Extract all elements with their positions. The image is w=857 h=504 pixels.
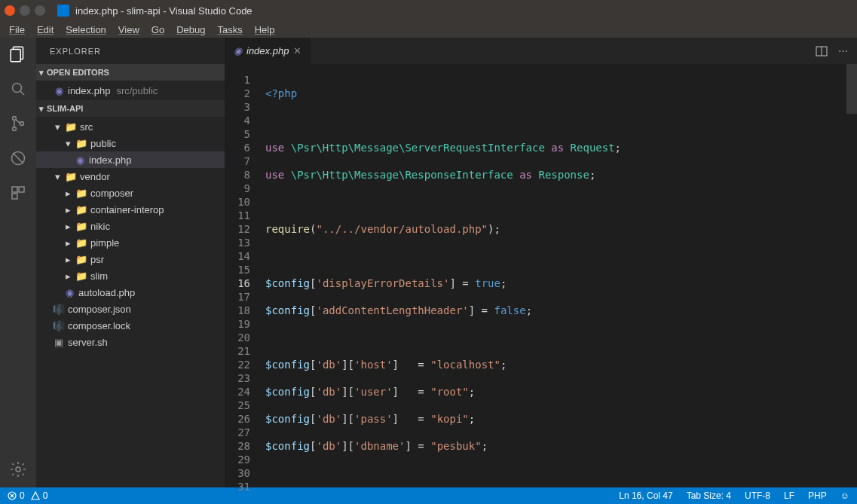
section-project[interactable]: ▾ SLIM-API — [36, 100, 225, 117]
sidebar: EXPLORER ▾ OPEN EDITORS ◉ index.php src/… — [36, 38, 225, 487]
editor-area: ◉ index.php ✕ ⋯ 123456789101112131415161… — [225, 38, 857, 487]
tree-file-server-sh[interactable]: ▣server.sh — [36, 334, 225, 350]
open-editors-tree: ◉ index.php src/public — [36, 81, 225, 100]
tree-label: vendor — [80, 171, 110, 182]
svg-rect-1 — [11, 50, 20, 62]
chevron-right-icon: ▸ — [63, 188, 72, 199]
main-area: EXPLORER ▾ OPEN EDITORS ◉ index.php src/… — [0, 38, 857, 487]
tree-label: composer.lock — [68, 320, 130, 331]
status-warnings[interactable]: 0 — [31, 490, 48, 501]
menu-help[interactable]: Help — [255, 24, 275, 35]
tree-folder-public[interactable]: ▾📁public — [36, 135, 225, 151]
menu-selection[interactable]: Selection — [66, 24, 106, 35]
open-editor-path: src/public — [116, 85, 158, 96]
chevron-down-icon: ▾ — [63, 138, 72, 149]
more-icon[interactable]: ⋯ — [838, 45, 848, 57]
window-controls — [5, 5, 45, 16]
chevron-down-icon: ▾ — [39, 104, 44, 114]
project-label: SLIM-API — [47, 104, 83, 113]
window-close-icon[interactable] — [5, 5, 15, 16]
editor-actions: ⋯ — [816, 38, 857, 64]
code-content[interactable]: <?php use \Psr\Http\Message\ServerReques… — [259, 64, 857, 487]
menu-go[interactable]: Go — [152, 24, 164, 35]
tree-folder-src[interactable]: ▾📁src — [36, 118, 225, 135]
activity-bar — [0, 38, 36, 487]
svg-point-4 — [13, 117, 17, 121]
status-indent[interactable]: Tab Size: 4 — [687, 490, 731, 501]
menu-view[interactable]: View — [118, 24, 139, 35]
folder-icon: 📁 — [75, 270, 87, 282]
tree-label: psr — [90, 254, 104, 265]
tree-label: public — [90, 138, 116, 149]
tree-folder-psr[interactable]: ▸📁psr — [36, 251, 225, 267]
tree-file-autoload-php[interactable]: ◉autoload.php — [36, 284, 225, 301]
scrollbar-thumb[interactable] — [846, 64, 857, 114]
folder-icon: 📁 — [65, 170, 77, 182]
tree-folder-slim[interactable]: ▸📁slim — [36, 267, 225, 284]
tree-file-composer-lock[interactable]: 🎼composer.lock — [36, 317, 225, 334]
tree-label: index.php — [89, 154, 131, 166]
folder-icon: 📁 — [75, 253, 87, 265]
svg-line-8 — [13, 153, 23, 163]
minimap[interactable] — [774, 64, 846, 487]
tree-label: autoload.php — [78, 287, 135, 298]
tree-folder-container-interop[interactable]: ▸📁container-interop — [36, 201, 225, 218]
tree-folder-composer[interactable]: ▸📁composer — [36, 185, 225, 201]
menu-file[interactable]: File — [9, 24, 25, 35]
close-icon[interactable]: ✕ — [293, 45, 301, 57]
status-warnings-count: 0 — [43, 490, 48, 501]
editor-body[interactable]: 1234567891011121314151617181920212223242… — [225, 64, 857, 487]
activity-settings-icon[interactable] — [8, 459, 29, 480]
tree-label: composer.json — [68, 304, 131, 315]
svg-line-3 — [20, 91, 24, 95]
tree-label: nikic — [90, 221, 110, 232]
tree-file-composer-json[interactable]: 🎼composer.json — [36, 301, 225, 317]
section-open-editors[interactable]: ▾ OPEN EDITORS — [36, 64, 225, 81]
chevron-right-icon: ▸ — [63, 221, 72, 232]
shell-file-icon: ▣ — [53, 336, 65, 348]
window-title: index.php - slim-api - Visual Studio Cod… — [75, 5, 253, 17]
status-encoding[interactable]: UTF-8 — [745, 490, 770, 501]
activity-search-icon[interactable] — [8, 78, 29, 99]
menu-edit[interactable]: Edit — [37, 24, 54, 35]
status-ln-col[interactable]: Ln 16, Col 47 — [619, 490, 672, 501]
menubar: File Edit Selection View Go Debug Tasks … — [0, 21, 857, 38]
tree-folder-nikic[interactable]: ▸📁nikic — [36, 218, 225, 234]
project-tree: ▾📁src ▾📁public ◉index.php ▾📁vendor ▸📁com… — [36, 117, 225, 352]
status-errors-count: 0 — [20, 490, 25, 501]
tree-label: container-interop — [90, 204, 164, 215]
tree-file-index-php[interactable]: ◉index.php — [36, 151, 225, 168]
tabbar: ◉ index.php ✕ ⋯ — [225, 38, 857, 64]
statusbar: 0 0 Ln 16, Col 47 Tab Size: 4 UTF-8 LF P… — [0, 487, 857, 504]
status-errors[interactable]: 0 — [8, 490, 25, 501]
tree-folder-vendor[interactable]: ▾📁vendor — [36, 168, 225, 185]
activity-extensions-icon[interactable] — [8, 182, 29, 203]
status-feedback-icon[interactable]: ☺ — [840, 490, 849, 501]
status-language[interactable]: PHP — [808, 490, 827, 501]
window-minimize-icon[interactable] — [20, 5, 30, 16]
tree-label: slim — [90, 270, 108, 282]
chevron-right-icon: ▸ — [63, 204, 72, 215]
window-maximize-icon[interactable] — [35, 5, 45, 16]
split-editor-icon[interactable] — [816, 45, 828, 57]
activity-explorer-icon[interactable] — [8, 44, 29, 65]
activity-debug-icon[interactable] — [8, 148, 29, 169]
menu-debug[interactable]: Debug — [176, 24, 205, 35]
chevron-right-icon: ▸ — [63, 270, 72, 282]
menu-tasks[interactable]: Tasks — [217, 24, 242, 35]
status-eol[interactable]: LF — [784, 490, 794, 501]
vertical-scrollbar[interactable] — [846, 64, 857, 487]
tab-index-php[interactable]: ◉ index.php ✕ — [225, 38, 311, 64]
open-editors-label: OPEN EDITORS — [47, 68, 109, 77]
chevron-right-icon: ▸ — [63, 237, 72, 249]
activity-scm-icon[interactable] — [8, 113, 29, 134]
tab-label: index.php — [246, 45, 289, 57]
svg-rect-9 — [12, 187, 17, 192]
open-editor-item[interactable]: ◉ index.php src/public — [36, 82, 225, 99]
folder-icon: 📁 — [65, 121, 77, 133]
tree-folder-pimple[interactable]: ▸📁pimple — [36, 234, 225, 251]
open-editor-filename: index.php — [68, 85, 110, 96]
php-file-icon: ◉ — [53, 84, 65, 96]
php-file-icon: ◉ — [63, 286, 75, 298]
vscode-icon — [57, 5, 69, 17]
